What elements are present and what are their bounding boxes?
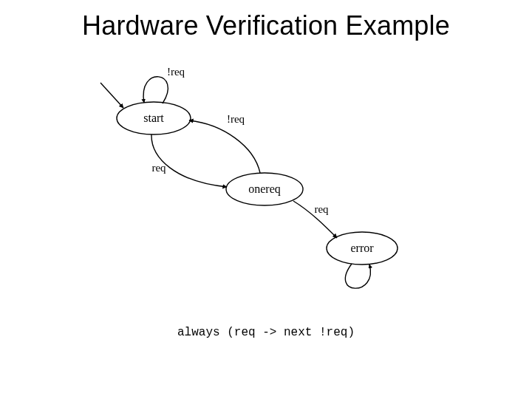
state-error-label: error [350,242,374,254]
property-formula: always (req -> next !req) [177,326,355,339]
state-onereq-label: onereq [248,183,281,196]
state-diagram: start onereq error !req req !req [0,0,532,399]
edge-error-self [345,264,370,288]
edge-start-self-label: !req [167,66,185,78]
edge-onereq-to-error-label: req [314,203,329,215]
state-error: error [327,232,398,265]
edge-start-to-onereq-label: req [151,162,166,174]
edge-onereq-to-start-label: !req [227,113,245,125]
edge-start-to-onereq: req [151,134,227,187]
edge-start-self: !req [143,66,185,103]
state-start: start [117,102,191,134]
state-onereq: onereq [226,173,303,205]
state-start-label: start [143,112,164,124]
edge-onereq-to-error: req [293,201,337,238]
edge-onereq-to-start: !req [189,113,260,173]
edge-initial [100,83,123,108]
slide: Hardware Verification Example start oner… [0,0,532,399]
